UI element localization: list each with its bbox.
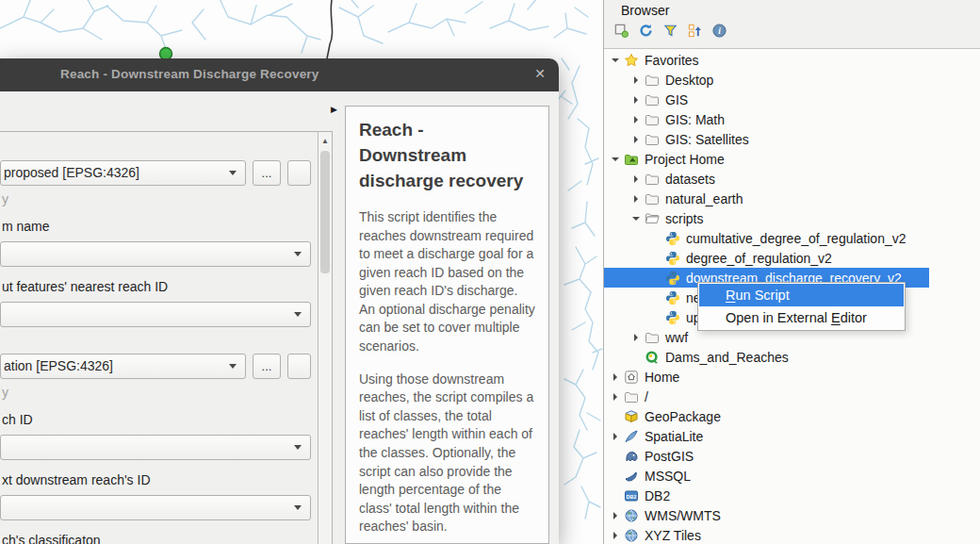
tree-item-home[interactable]: Home [604, 367, 980, 387]
star-icon [624, 53, 639, 68]
scrollbar-thumb[interactable] [320, 151, 330, 273]
dialog-titlebar[interactable]: Reach - Downstream Discharge Recovery ✕ [0, 58, 559, 91]
dialog-scrollbar[interactable]: ▲ [318, 132, 332, 544]
expander-spacer [610, 446, 622, 466]
home-icon [624, 370, 639, 385]
expander-closed-icon[interactable] [610, 426, 622, 446]
tree-item-favorites[interactable]: Favorites [604, 50, 980, 70]
tree-item-gis[interactable]: GIS [604, 90, 980, 109]
reload-layer-button[interactable] [287, 354, 311, 379]
expander-open-icon[interactable] [610, 149, 622, 169]
python-icon [665, 290, 680, 305]
info-icon: i [711, 23, 727, 41]
expander-closed-icon[interactable] [610, 367, 622, 387]
expander-spacer [651, 228, 663, 248]
reload-layer-button[interactable] [287, 160, 311, 186]
folder-icon [645, 172, 660, 187]
help-paragraph: This script identifies the reaches downs… [359, 208, 535, 356]
add-selected-layers-button[interactable] [612, 23, 630, 41]
expander-closed-icon[interactable] [630, 169, 643, 189]
tree-item-label: Home [645, 370, 679, 385]
parameters-form: proposed [EPSG:4326]...ym nameut feature… [0, 132, 311, 544]
parameter-combobox[interactable] [0, 241, 311, 267]
layer-parameter-row: proposed [EPSG:4326]... [0, 160, 311, 186]
folder-icon [645, 191, 660, 206]
properties-button[interactable]: i [710, 23, 728, 41]
tree-item-gis-satellites[interactable]: GIS: Satellites [604, 129, 980, 149]
filter-browser-button[interactable] [662, 23, 679, 41]
tree-item-db2[interactable]: DB2DB2 [604, 486, 980, 505]
postgis-icon [624, 449, 639, 464]
expander-closed-icon[interactable] [630, 189, 643, 208]
parameter-combobox[interactable] [0, 302, 311, 327]
tree-item-label: GIS: Satellites [665, 132, 749, 147]
browse-ellipsis-button[interactable]: ... [253, 354, 281, 379]
expander-closed-icon[interactable] [610, 505, 622, 525]
tree-item-mssql[interactable]: MSSQL [604, 466, 980, 486]
folder-icon [645, 73, 660, 88]
geopackage-icon [624, 409, 639, 424]
selected-reach-line [327, 0, 333, 58]
refresh-button[interactable] [637, 23, 655, 41]
parameter-label: m name [2, 220, 311, 234]
tree-item-label: wwf [665, 330, 688, 345]
layer-combobox[interactable]: proposed [EPSG:4326] [0, 160, 246, 186]
tree-item-project-home[interactable]: Project Home [604, 149, 980, 169]
tree-item-geopackage[interactable]: GeoPackage [604, 406, 980, 426]
mssql-icon [624, 469, 639, 484]
wms-globe-icon [624, 508, 639, 523]
tree-item-natural-earth[interactable]: natural_earth [604, 189, 980, 208]
scrollbar-up-icon[interactable]: ▲ [318, 132, 332, 149]
tree-item-wms-wmts[interactable]: WMS/WMTS [604, 505, 980, 525]
parameters-scroll-area: proposed [EPSG:4326]...ym nameut feature… [0, 131, 333, 544]
parameter-combobox[interactable] [0, 495, 311, 520]
expander-spacer [651, 248, 663, 268]
tree-item-label: GIS [665, 92, 688, 107]
parameter-combobox[interactable] [0, 435, 311, 460]
tree-item-xyz-tiles[interactable]: XYZ Tiles [604, 525, 980, 544]
expander-closed-icon[interactable] [630, 327, 643, 347]
tree-item-spatialite[interactable]: SpatiaLite [604, 426, 980, 446]
combobox-value: ation [EPSG:4326] [4, 354, 245, 378]
expander-closed-icon[interactable] [610, 387, 622, 406]
tree-item-label: GeoPackage [645, 409, 721, 424]
expander-closed-icon[interactable] [630, 70, 643, 90]
parameter-label: y [2, 192, 311, 206]
expander-open-icon[interactable] [630, 208, 643, 228]
browser-panel-title: Browser [604, 0, 980, 18]
menu-item-open-in-external-editor[interactable]: Open in External Editor [699, 306, 904, 329]
expander-closed-icon[interactable] [610, 525, 622, 544]
tree-item-datasets[interactable]: datasets [604, 169, 980, 189]
expander-closed-icon[interactable] [630, 129, 643, 149]
tree-item-label: GIS: Math [665, 112, 725, 127]
python-icon [665, 271, 680, 286]
tree-item-cumultative-degree-of-regulation-v2[interactable]: cumultative_degree_of_regulation_v2 [604, 228, 980, 248]
close-icon[interactable]: ✕ [534, 66, 546, 81]
tree-item-label: degree_of_regulation_v2 [686, 251, 832, 266]
layer-combobox[interactable]: ation [EPSG:4326] [0, 354, 246, 379]
tree-item-postgis[interactable]: PostGIS [604, 446, 980, 466]
dialog-title: Reach - Downstream Discharge Recovery [60, 67, 319, 81]
tree-item-dams-and-reaches[interactable]: Dams_and_Reaches [604, 347, 980, 367]
folder-icon [624, 389, 639, 404]
layer-parameter-row: ation [EPSG:4326]... [0, 354, 311, 379]
menu-item-run-script[interactable]: Run Script [699, 284, 904, 306]
expander-closed-icon[interactable] [630, 90, 643, 109]
refresh-icon [638, 23, 654, 41]
expander-open-icon[interactable] [610, 50, 622, 70]
tree-item-label: Desktop [665, 73, 713, 88]
expander-closed-icon[interactable] [630, 109, 643, 129]
tree-item-label: scripts [665, 211, 703, 226]
parameter-label: ch's classificaton [2, 534, 311, 544]
tree-item-degree-of-regulation-v2[interactable]: degree_of_regulation_v2 [604, 248, 980, 268]
tree-item-scripts[interactable]: scripts [604, 208, 980, 228]
tree-item-desktop[interactable]: Desktop [604, 70, 980, 90]
tree-item-[interactable]: / [604, 387, 980, 406]
context-menu: Run ScriptOpen in External Editor [697, 282, 906, 331]
help-collapse-icon[interactable]: ▶ [331, 105, 337, 114]
browse-ellipsis-button[interactable]: ... [253, 160, 281, 186]
tree-item-gis-math[interactable]: GIS: Math [604, 109, 980, 129]
script-dialog: Reach - Downstream Discharge Recovery ✕ … [0, 58, 559, 544]
browser-panel: Browser i FavoritesDesktopGISGIS: MathGI… [603, 0, 980, 544]
collapse-all-button[interactable] [686, 23, 704, 41]
